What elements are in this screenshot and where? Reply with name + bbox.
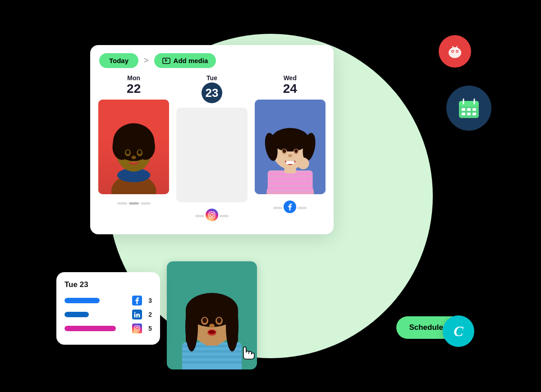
stat-bar-ig xyxy=(64,326,116,331)
stat-bar-wrap-fb xyxy=(64,298,128,303)
svg-point-24 xyxy=(112,134,131,160)
cal-col-mon: Mon 22 xyxy=(95,74,173,226)
svg-point-56 xyxy=(136,327,138,330)
svg-point-57 xyxy=(138,327,139,327)
day-label-wed: Wed xyxy=(284,74,297,82)
today-label: Today xyxy=(109,57,128,64)
cal-col-tue: Tue 23 xyxy=(173,74,251,226)
svg-rect-55 xyxy=(134,326,140,331)
calendar-card: Today > Add media Mon 22 xyxy=(90,45,334,234)
cal-image-wrapper-mon xyxy=(98,100,169,205)
svg-point-0 xyxy=(449,47,461,58)
svg-point-54 xyxy=(134,312,136,313)
dot xyxy=(219,215,229,217)
schedule-label: Schedule xyxy=(409,323,443,332)
cal-image-wrapper-wed xyxy=(255,100,326,209)
dot xyxy=(129,202,139,205)
stat-row-facebook: 3 xyxy=(64,296,152,305)
stat-count-li: 2 xyxy=(146,311,152,318)
svg-rect-64 xyxy=(182,361,242,364)
svg-rect-12 xyxy=(472,108,476,111)
svg-point-78 xyxy=(208,330,215,334)
svg-rect-53 xyxy=(134,314,136,317)
svg-point-32 xyxy=(211,213,214,216)
svg-rect-51 xyxy=(286,161,294,164)
stat-bar-fb xyxy=(64,298,100,303)
cal-col-wed: Wed 24 xyxy=(251,74,329,226)
today-button[interactable]: Today xyxy=(99,53,138,68)
facebook-stat-icon xyxy=(132,296,142,305)
svg-point-76 xyxy=(209,324,215,328)
day-num-tue: 23 xyxy=(202,82,222,103)
add-media-button[interactable]: Add media xyxy=(154,53,216,68)
instagram-badge-tue xyxy=(204,207,220,223)
svg-point-50 xyxy=(288,154,292,157)
svg-point-29 xyxy=(138,150,142,154)
svg-rect-7 xyxy=(459,105,479,106)
svg-rect-38 xyxy=(267,178,312,180)
stat-row-linkedin: 2 xyxy=(64,310,152,319)
stat-bar-wrap-ig xyxy=(64,326,128,331)
svg-rect-39 xyxy=(267,182,312,185)
svg-rect-14 xyxy=(467,113,471,115)
svg-point-49 xyxy=(294,149,298,153)
cal-image-mon xyxy=(98,100,169,194)
svg-marker-17 xyxy=(165,59,168,62)
svg-point-74 xyxy=(202,318,207,323)
calendar-toolbar: Today > Add media xyxy=(90,45,334,74)
svg-point-3 xyxy=(452,51,454,52)
stat-bar-wrap-li xyxy=(64,312,128,317)
svg-point-27 xyxy=(137,149,142,156)
dot xyxy=(117,202,127,205)
portrait-1-svg xyxy=(98,100,169,194)
svg-point-75 xyxy=(217,318,221,323)
add-media-icon xyxy=(162,58,170,64)
svg-point-23 xyxy=(113,123,155,161)
stat-count-ig: 5 xyxy=(146,325,152,332)
svg-rect-20 xyxy=(128,162,140,175)
svg-point-21 xyxy=(117,168,150,182)
day-label-tue: Tue xyxy=(206,74,217,82)
svg-point-70 xyxy=(185,302,198,351)
calendar-grid: Mon 22 xyxy=(90,74,334,226)
linkedin-stat-icon xyxy=(132,310,142,319)
svg-point-33 xyxy=(213,213,214,214)
cal-image-tue xyxy=(176,108,247,202)
svg-point-52 xyxy=(297,157,309,169)
cal-dots-mon xyxy=(98,202,169,205)
dot xyxy=(141,202,151,205)
svg-rect-18 xyxy=(98,100,169,194)
add-media-label: Add media xyxy=(174,57,208,64)
svg-rect-40 xyxy=(267,187,312,189)
stats-date: Tue 23 xyxy=(64,280,152,289)
dot xyxy=(297,207,307,209)
cursor-icon xyxy=(239,343,256,365)
svg-point-48 xyxy=(282,149,286,153)
svg-point-22 xyxy=(116,132,151,172)
dot xyxy=(273,207,283,209)
svg-point-4 xyxy=(457,51,458,52)
svg-point-19 xyxy=(111,175,156,194)
day-num-mon: 22 xyxy=(127,82,141,95)
svg-rect-31 xyxy=(209,212,215,218)
svg-rect-10 xyxy=(462,108,465,111)
day-label-mon: Mon xyxy=(127,74,140,82)
cal-image-wrapper-tue xyxy=(176,108,247,217)
day-num-wed: 24 xyxy=(283,82,297,95)
stat-row-instagram: 5 xyxy=(64,324,152,333)
canva-label: C xyxy=(454,323,463,340)
svg-rect-11 xyxy=(467,108,471,111)
calendar-icon-badge xyxy=(446,86,491,131)
stat-bar-li xyxy=(64,312,89,317)
toolbar-chevron: > xyxy=(144,56,149,65)
svg-point-28 xyxy=(126,150,130,154)
portrait-3-svg xyxy=(255,100,326,194)
facebook-badge-wed xyxy=(282,199,298,214)
instagram-stat-icon xyxy=(132,324,142,333)
hootsuite-badge xyxy=(439,35,471,68)
svg-point-30 xyxy=(131,156,136,160)
svg-rect-15 xyxy=(472,113,476,115)
dot xyxy=(195,215,205,217)
canva-badge: C xyxy=(443,315,474,347)
svg-point-26 xyxy=(125,149,131,156)
